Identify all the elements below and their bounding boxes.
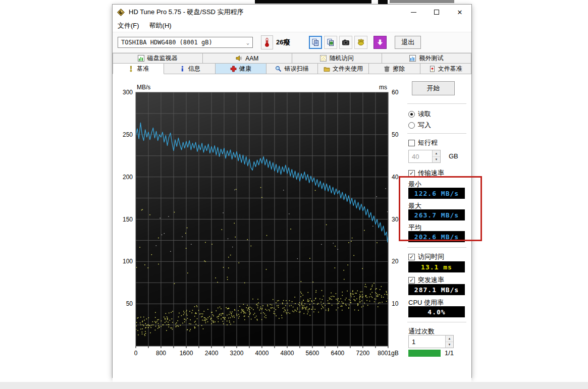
background-artifact (255, 0, 371, 4)
options-button[interactable] (354, 36, 367, 49)
svg-text:50: 50 (392, 131, 399, 138)
maximize-icon (434, 10, 439, 15)
svg-text:50: 50 (126, 300, 133, 307)
tab-folder-usage[interactable]: 文件夹使用 (318, 64, 369, 74)
svg-text:1600: 1600 (180, 350, 193, 357)
svg-text:0: 0 (134, 350, 138, 357)
health-icon (230, 66, 237, 72)
radio-selected-icon (408, 111, 415, 118)
arrow-down-icon[interactable]: ▼ (446, 342, 453, 348)
burst-rate-checkbox[interactable]: ✓ 突发速率 (408, 276, 444, 284)
tab-random-access[interactable]: 随机访问 (292, 53, 382, 64)
svg-text:200: 200 (123, 174, 133, 181)
access-time-value: 13.1 ms (408, 261, 465, 272)
short-stroke-size-stepper[interactable]: 40 ▲▼ (408, 150, 441, 163)
folder-usage-icon (324, 66, 330, 72)
svg-text:7200: 7200 (356, 350, 370, 357)
read-radio[interactable]: 读取 (408, 110, 431, 118)
checkbox-checked-icon: ✓ (408, 254, 415, 260)
divider (407, 103, 466, 104)
tab-file-benchmark[interactable]: 文件基准 (420, 64, 471, 74)
toolbar: TOSHIBA HDWG480 (8001 gB) ⌄ 26癈 (113, 32, 471, 53)
hand-icon (357, 38, 365, 46)
benchmark-chart: MB/sms3002502001501005060504030201008001… (120, 81, 402, 360)
benchmark-icon (128, 66, 134, 72)
extra-tests-icon (409, 55, 416, 62)
background-artifact (390, 0, 454, 3)
erase-icon (384, 66, 390, 72)
temperature-button[interactable] (261, 35, 273, 49)
stepper-arrows[interactable]: ▲▼ (432, 150, 440, 162)
background-strip (0, 382, 588, 389)
cpu-usage-value: 4.0% (408, 306, 465, 317)
minimize-button[interactable] (402, 5, 425, 20)
divider (407, 322, 466, 322)
svg-text:MB/s: MB/s (137, 84, 150, 91)
maximize-button[interactable] (425, 5, 448, 20)
annotation-rectangle (399, 176, 482, 241)
tab-info[interactable]: 信息 (164, 64, 215, 74)
close-icon: ✕ (457, 9, 463, 16)
close-button[interactable]: ✕ (448, 5, 471, 20)
tab-row-top: 磁盘监视器 AAM 随机访问 额外测试 (113, 53, 471, 64)
stepper-arrows[interactable]: ▲▼ (445, 336, 453, 348)
burst-rate-value: 287.1 MB/s (408, 284, 465, 295)
random-access-icon (320, 55, 327, 62)
arrow-down-icon[interactable]: ▼ (433, 157, 440, 163)
write-radio[interactable]: 写入 (408, 121, 431, 129)
background-artifact (378, 0, 388, 4)
divider (407, 133, 466, 134)
window-title: HD Tune Pro 5.75 - 硬盘/SSD 实用程序 (129, 8, 244, 17)
download-icon (376, 38, 384, 46)
svg-text:ms: ms (379, 84, 387, 91)
svg-text:4000: 4000 (255, 350, 269, 357)
svg-text:6400: 6400 (331, 350, 345, 357)
svg-text:150: 150 (123, 216, 133, 223)
svg-text:60: 60 (392, 89, 399, 96)
save-results-button[interactable] (373, 36, 387, 49)
svg-text:3200: 3200 (230, 350, 244, 357)
copy-image-icon (327, 38, 335, 46)
pass-count-stepper[interactable]: 1 ▲▼ (408, 335, 454, 348)
info-icon (179, 66, 186, 72)
svg-text:250: 250 (123, 131, 133, 138)
checkbox-checked-icon: ✓ (408, 277, 415, 284)
menu-bar: 文件(F) 帮助(H) (113, 20, 471, 32)
camera-icon (342, 38, 350, 46)
disk-monitor-icon (138, 55, 144, 62)
app-icon (117, 9, 125, 16)
menu-help[interactable]: 帮助(H) (149, 21, 172, 30)
tab-disk-monitor[interactable]: 磁盘监视器 (113, 53, 203, 64)
tab-extra-tests[interactable]: 额外测试 (382, 53, 472, 64)
short-stroke-checkbox[interactable]: 短行程 (408, 139, 438, 147)
gb-unit-label: GB (449, 152, 458, 160)
svg-text:4800: 4800 (281, 350, 294, 357)
svg-text:300: 300 (123, 89, 133, 96)
access-time-checkbox[interactable]: ✓ 访问时间 (408, 253, 444, 261)
copy-image-button[interactable] (324, 36, 337, 49)
svg-text:2400: 2400 (205, 350, 219, 357)
svg-text:10: 10 (392, 300, 399, 307)
svg-text:20: 20 (392, 258, 399, 265)
tab-error-scan[interactable]: 错误扫描 (266, 64, 317, 74)
screenshot-button[interactable] (339, 36, 352, 49)
tab-erase[interactable]: 擦除 (369, 64, 420, 74)
checkbox-checked-icon: ✓ (408, 170, 415, 177)
exit-button[interactable]: 退出 (395, 36, 421, 49)
start-button[interactable]: 开始 (412, 81, 455, 95)
svg-text:30: 30 (392, 216, 399, 223)
drive-selector-dropdown[interactable]: TOSHIBA HDWG480 (8001 gB) ⌄ (118, 37, 253, 48)
copy-button[interactable] (309, 36, 322, 49)
svg-text:800: 800 (156, 350, 166, 357)
menu-file[interactable]: 文件(F) (118, 21, 139, 30)
file-benchmark-icon (429, 66, 436, 72)
title-bar: HD Tune Pro 5.75 - 硬盘/SSD 实用程序 ✕ (113, 5, 471, 20)
arrow-up-icon[interactable]: ▲ (433, 150, 440, 157)
progress-bar (408, 350, 441, 357)
arrow-up-icon[interactable]: ▲ (446, 336, 453, 342)
tab-health[interactable]: 健康 (216, 64, 266, 74)
svg-text:8001gB: 8001gB (378, 350, 398, 357)
radio-unselected-icon (408, 122, 415, 129)
tab-benchmark[interactable]: 基准 (113, 64, 164, 74)
tab-aam[interactable]: AAM (203, 53, 293, 64)
